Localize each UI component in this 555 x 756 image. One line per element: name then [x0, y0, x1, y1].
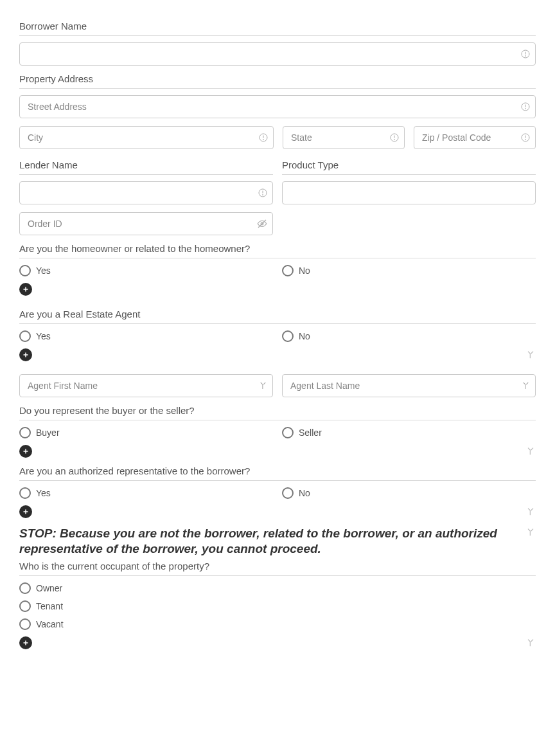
state-input[interactable]	[283, 126, 405, 149]
divider	[19, 420, 536, 420]
radio-label: No	[299, 266, 310, 276]
question-buyer-seller: Do you represent the buyer or the seller…	[19, 405, 536, 416]
divider	[19, 575, 536, 576]
branch-icon	[525, 507, 536, 517]
divider	[19, 174, 273, 175]
agent-last-name-input[interactable]	[282, 374, 536, 397]
property-address-label: Property Address	[19, 73, 536, 84]
question-agent: Are you a Real Estate Agent	[19, 309, 536, 320]
radio-homeowner-yes[interactable]	[19, 265, 31, 276]
radio-authrep-no[interactable]	[282, 487, 294, 499]
radio-agent-no[interactable]	[282, 330, 294, 342]
radio-label: Yes	[36, 266, 51, 276]
radio-label: Owner	[36, 583, 62, 593]
radio-label: Yes	[36, 331, 51, 341]
question-homeowner: Are you the homeowner or related to the …	[19, 243, 536, 254]
radio-homeowner-no[interactable]	[282, 265, 294, 276]
branch-icon	[525, 446, 536, 456]
divider	[19, 88, 536, 89]
radio-label: No	[299, 331, 310, 341]
branch-icon	[525, 527, 536, 537]
add-button[interactable]	[19, 445, 32, 458]
stop-message: STOP: Because you are not the borrower, …	[19, 526, 507, 557]
divider	[19, 35, 536, 36]
street-address-input[interactable]	[19, 95, 536, 118]
question-occupant: Who is the current occupant of the prope…	[19, 561, 536, 572]
divider	[19, 480, 536, 481]
divider	[282, 174, 536, 175]
borrower-name-input[interactable]	[19, 42, 536, 66]
divider	[19, 258, 536, 258]
radio-agent-yes[interactable]	[19, 330, 31, 342]
radio-label: Buyer	[36, 428, 60, 438]
lender-name-input[interactable]	[19, 181, 273, 204]
zip-input[interactable]	[414, 126, 536, 149]
radio-label: Tenant	[36, 601, 63, 611]
radio-occupant-vacant[interactable]	[19, 618, 31, 630]
city-input[interactable]	[19, 126, 274, 149]
product-type-label: Product Type	[282, 159, 536, 170]
divider	[19, 323, 536, 324]
radio-label: Yes	[36, 488, 51, 498]
product-type-input[interactable]	[282, 181, 536, 204]
radio-authrep-yes[interactable]	[19, 487, 31, 499]
add-button[interactable]	[19, 283, 32, 296]
question-authorized-rep: Are you an authorized representative to …	[19, 465, 536, 476]
radio-label: Vacant	[36, 619, 64, 629]
borrower-name-label: Borrower Name	[19, 21, 536, 32]
agent-first-name-input[interactable]	[19, 374, 273, 397]
radio-buyer[interactable]	[19, 427, 31, 438]
order-id-input[interactable]	[19, 212, 273, 235]
radio-occupant-tenant[interactable]	[19, 600, 31, 612]
lender-name-label: Lender Name	[19, 159, 273, 170]
radio-occupant-owner[interactable]	[19, 582, 31, 594]
radio-label: No	[299, 488, 310, 498]
add-button[interactable]	[19, 505, 32, 518]
branch-icon	[525, 350, 536, 360]
add-button[interactable]	[19, 636, 32, 649]
radio-label: Seller	[299, 428, 322, 438]
add-button[interactable]	[19, 348, 32, 361]
branch-icon	[525, 638, 536, 648]
radio-seller[interactable]	[282, 427, 294, 438]
